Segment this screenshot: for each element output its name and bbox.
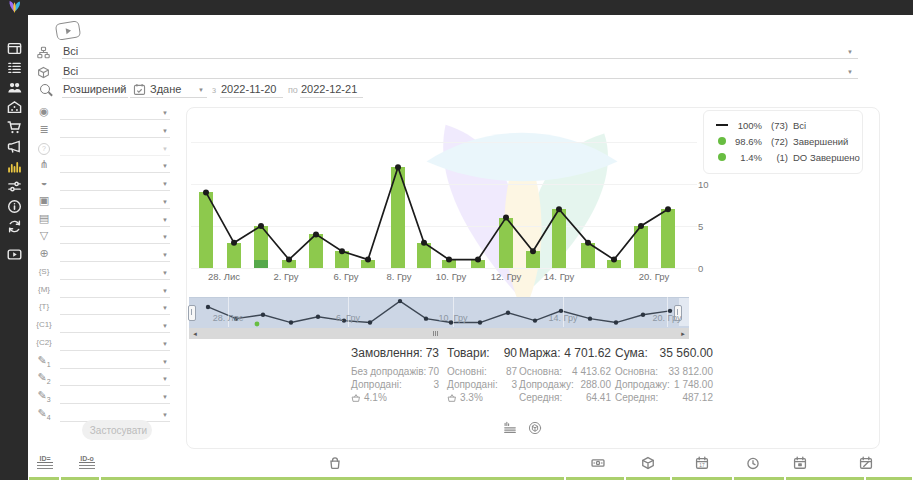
filter-manager-select[interactable]: ▼ (60, 175, 170, 191)
nav-info[interactable] (7, 199, 22, 214)
chevron-down-icon: ▼ (162, 146, 168, 152)
cart-icon (7, 120, 22, 135)
chevron-down-icon: ▼ (162, 305, 168, 311)
col-delivery[interactable] (641, 456, 655, 470)
filter-utm-c1-select[interactable]: ▼ (60, 317, 170, 333)
legend-item[interactable]: 100%(73)Всі (714, 119, 806, 131)
filter-site-select[interactable]: ▼ (60, 246, 170, 262)
list-stats-icon (503, 421, 517, 435)
filter-funnel-icon: ▽ (36, 229, 52, 242)
video-tutorial-icon[interactable] (55, 20, 81, 41)
filter-custom-3-icon: ✎3 (36, 389, 52, 403)
filter-manager-icon: ◒ (36, 176, 52, 188)
status-tree-icon (37, 46, 50, 59)
scrollbar-grip[interactable] (433, 331, 438, 336)
legend-dot-icon (718, 153, 726, 161)
filter-utm-term: {T}▼ (30, 299, 178, 316)
filter-funnel: ▽▼ (30, 228, 178, 245)
navigator-left-handle[interactable] (188, 305, 196, 321)
filter-utm-c1: {C1}▼ (30, 317, 178, 334)
col-date-created[interactable]: 17 (695, 456, 709, 470)
filter-product-select[interactable]: ▼ (60, 193, 170, 209)
nav-automation[interactable] (7, 179, 22, 194)
nav-video[interactable] (7, 247, 22, 262)
chevron-down-icon: ▼ (162, 270, 168, 276)
chevron-down-icon: ▼ (162, 217, 168, 223)
y-axis-tick: 10 (698, 179, 709, 190)
bar-completed (254, 226, 268, 260)
y-axis-tick: 0 (698, 263, 703, 274)
clock-icon (746, 456, 760, 470)
product-select-line[interactable] (62, 63, 858, 79)
filter-utm-source-select[interactable]: ▼ (60, 264, 170, 280)
filter-site-icon: ⊕ (36, 247, 52, 260)
navigator-tick: 6. Гру (336, 313, 360, 323)
col-date-packed[interactable] (793, 456, 807, 470)
filter-utm-c2-select[interactable]: ▼ (60, 335, 170, 351)
bar-completed (282, 260, 296, 268)
x-axis-tick: 2. Гру (273, 271, 298, 282)
filter-structure-select[interactable]: ▼ (60, 157, 170, 173)
legend-item[interactable]: 98.6%(72)Завершений (714, 135, 848, 147)
filter-custom-1-select[interactable]: ▼ (60, 353, 170, 369)
app-logo-icon[interactable] (7, 0, 22, 15)
filter-funnel-select[interactable]: ▼ (60, 228, 170, 244)
chevron-down-icon: ▼ (162, 252, 168, 258)
nav-dashboard[interactable] (7, 41, 22, 56)
nav-clients[interactable] (7, 80, 22, 95)
chevron-down-icon: ▼ (162, 412, 168, 418)
bar-completed (526, 251, 540, 268)
col-products[interactable] (328, 456, 342, 470)
margin-total: 4 701.62 (564, 346, 611, 360)
nav-warehouse[interactable] (7, 100, 22, 115)
nav-orders[interactable] (7, 60, 22, 75)
filter-status-select[interactable]: ▼ (60, 122, 170, 138)
nav-marketing[interactable] (7, 139, 22, 154)
col-id-order[interactable]: ID-o (79, 455, 95, 469)
filter-unknown-icon: ? (36, 141, 52, 155)
scroll-right-icon[interactable]: ▸ (677, 328, 689, 339)
navigator-scrollbar[interactable]: ◂ ▸ (189, 328, 689, 339)
filter-source-select[interactable]: ▼ (60, 104, 170, 120)
col-payment[interactable] (591, 456, 605, 470)
apply-button[interactable]: Застосувати (82, 420, 152, 440)
legend-item[interactable]: 1.4%(1)DO Завершено (714, 151, 860, 163)
filter-payment-select[interactable]: ▼ (60, 211, 170, 227)
x-axis-tick: 6. Гру (333, 271, 358, 282)
chevron-down-icon: ▼ (162, 376, 168, 382)
chevron-down-icon[interactable]: ▼ (847, 69, 853, 75)
filter-custom-2-select[interactable]: ▼ (60, 370, 170, 386)
video-icon (7, 247, 22, 262)
x-axis-tick: 14. Гру (544, 271, 574, 282)
filter-utm-c2: {C2}▼ (30, 335, 178, 352)
scroll-left-icon[interactable]: ◂ (189, 328, 201, 339)
orders-report-toggle[interactable] (503, 421, 517, 435)
y-axis-tick: 5 (698, 221, 703, 232)
order-status-select-line[interactable] (62, 43, 858, 59)
clients-icon (7, 80, 22, 95)
gridline (191, 268, 697, 269)
bar-completed (471, 260, 485, 268)
x-axis-tick: 12. Гру (491, 271, 521, 282)
stat-col-orders: Замовлення:73Без допродажів:70Допродані:… (351, 346, 439, 404)
sliders-icon (7, 179, 22, 194)
x-axis-tick: 28. Лис (208, 271, 240, 282)
filter-utm-medium-select[interactable]: ▼ (60, 282, 170, 298)
products-report-toggle[interactable] (528, 421, 542, 435)
filter-unknown-select[interactable]: ▼ (60, 140, 170, 156)
nav-sync[interactable] (7, 219, 22, 234)
filter-custom-1-icon: ✎1 (36, 354, 52, 368)
nav-analytics[interactable] (7, 159, 22, 174)
filter-structure: ⋔▼ (30, 157, 178, 174)
col-id[interactable]: ID= (37, 455, 53, 469)
filter-custom-3-select[interactable]: ▼ (60, 388, 170, 404)
col-date-edited[interactable] (859, 456, 873, 470)
filter-utm-term-select[interactable]: ▼ (60, 299, 170, 315)
nav-shop[interactable] (7, 120, 22, 135)
chevron-down-icon: ▼ (162, 181, 168, 187)
chevron-down-icon[interactable]: ▼ (847, 49, 853, 55)
chevron-down-icon: ▼ (162, 341, 168, 347)
chevron-down-icon: ▼ (162, 163, 168, 169)
col-time[interactable] (746, 456, 760, 470)
bar-completed (499, 218, 513, 268)
